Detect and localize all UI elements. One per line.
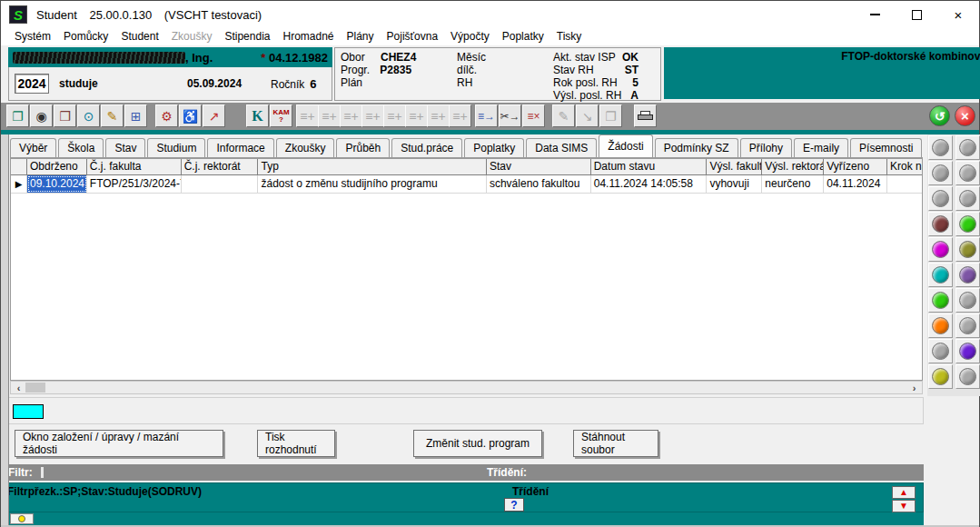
col-obdrzeno[interactable]: Obdrženo — [27, 159, 87, 174]
minimize-button[interactable] — [854, 1, 896, 28]
tab-stav[interactable]: Stav — [105, 138, 145, 157]
col-cj-rektorat[interactable]: Č.j. rektorát — [182, 159, 259, 174]
menu-pojistovna[interactable]: Pojišťovna — [381, 28, 445, 45]
status-circle-13[interactable] — [928, 288, 953, 313]
tab-pisemnosti[interactable]: Písemnosti — [850, 138, 922, 157]
col-vysl-rektorat[interactable]: Výsl. rektorát — [762, 159, 824, 174]
horizontal-scrollbar[interactable]: ‹ › — [10, 381, 923, 394]
status-circle-7[interactable] — [928, 212, 953, 236]
cut-record-icon[interactable]: ✂→ — [499, 104, 521, 127]
status-circle-4[interactable] — [955, 161, 980, 185]
col-vysl-fakulta[interactable]: Výsl. fakulta — [707, 159, 762, 174]
maximize-button[interactable] — [896, 1, 937, 28]
status-circle-11[interactable] — [928, 263, 953, 287]
status-circle-6[interactable] — [955, 186, 980, 211]
status-circle-19[interactable] — [928, 364, 953, 389]
status-circle-14[interactable] — [955, 288, 980, 313]
menu-plany[interactable]: Plány — [341, 28, 381, 45]
status-circle-9[interactable] — [928, 237, 953, 262]
col-cj-fakulta[interactable]: Č.j. fakulta — [87, 159, 182, 174]
cell-typ[interactable]: žádost o změnu studijního programu — [258, 175, 486, 193]
menu-tisky[interactable]: Tisky — [550, 28, 589, 45]
status-circle-10[interactable] — [955, 237, 980, 262]
status-circle-16[interactable] — [955, 313, 980, 338]
status-circle-20[interactable] — [955, 364, 980, 389]
menu-student[interactable]: Student — [114, 28, 164, 45]
table-row[interactable]: ▶ 09.10.2024 FTOP/251/3/2024-70 žádost o… — [11, 175, 922, 194]
notes-icon[interactable]: ✎ — [101, 104, 124, 127]
tools-icon[interactable]: ⚙ — [155, 104, 178, 127]
scroll-right-icon[interactable]: › — [907, 382, 921, 393]
col-stav[interactable]: Stav — [487, 159, 591, 174]
k-button[interactable]: K — [246, 104, 269, 127]
status-circle-12[interactable] — [955, 263, 980, 287]
col-vyrizeno[interactable]: Vyřízeno — [824, 159, 887, 174]
help-button[interactable]: ? — [504, 498, 524, 512]
tab-informace[interactable]: Informace — [207, 138, 273, 157]
change-program-button[interactable]: Změnit stud. program — [413, 430, 542, 457]
year-field[interactable]: 2024 — [15, 74, 49, 94]
scroll-left-icon[interactable]: ‹ — [12, 382, 25, 393]
tab-vyber[interactable]: Výběr — [10, 138, 56, 157]
cell-vyrizeno[interactable]: 04.11.2024 — [824, 175, 887, 193]
col-datum-stavu[interactable]: Datum stavu — [591, 159, 708, 174]
close-button[interactable]: × — [937, 1, 979, 28]
cell-vysl-rektorat[interactable]: neurčeno — [762, 175, 824, 193]
cell-krok-na[interactable] — [887, 175, 922, 193]
layers-icon[interactable]: ❐ — [6, 104, 29, 127]
move-record-icon[interactable]: ≡→ — [475, 104, 498, 127]
menu-vypocty[interactable]: Výpočty — [444, 28, 496, 45]
cell-cj-rektorat[interactable] — [182, 175, 259, 193]
chart-up-icon[interactable]: ↗ — [203, 104, 225, 127]
print-icon[interactable] — [634, 104, 657, 127]
status-circle-8[interactable] — [955, 212, 980, 236]
menu-stipendia[interactable]: Stipendia — [218, 28, 276, 45]
hint-button[interactable] — [10, 513, 34, 524]
tab-prilohy[interactable]: Přílohy — [740, 138, 792, 157]
cell-obdrzeno[interactable]: 09.10.2024 — [27, 175, 87, 193]
col-typ[interactable]: Typ — [258, 159, 486, 174]
menu-pomucky[interactable]: Pomůcky — [57, 28, 114, 45]
copy-icon[interactable]: ❒ — [54, 104, 76, 127]
tab-skola[interactable]: Škola — [58, 138, 104, 157]
tab-stud-prace[interactable]: Stud.práce — [391, 138, 462, 157]
status-circle-5[interactable] — [928, 186, 953, 211]
status-circle-1[interactable] — [928, 135, 953, 160]
delete-record-icon[interactable]: ≡× — [522, 104, 545, 127]
record-icon[interactable]: ◉ — [30, 104, 53, 127]
print-decision-button[interactable]: Tisk rozhodnutí — [257, 430, 335, 457]
status-circle-18[interactable] — [955, 339, 980, 363]
sort-down-button[interactable]: ▼ — [892, 500, 916, 512]
cell-datum-stavu[interactable]: 04.11.2024 14:05:58 — [591, 175, 708, 193]
cell-cj-fakulta[interactable]: FTOP/251/3/2024-70 — [87, 175, 182, 193]
sort-up-button[interactable]: ▲ — [892, 486, 916, 499]
open-request-window-button[interactable]: Okno založení / úpravy / mazání žádosti — [15, 430, 223, 457]
tab-poplatky[interactable]: Poplatky — [464, 138, 524, 157]
menu-hromadne[interactable]: Hromadné — [276, 28, 340, 45]
tab-prubeh[interactable]: Průběh — [336, 138, 390, 157]
left-splitter[interactable] — [1, 134, 9, 525]
status-circle-3[interactable] — [928, 161, 953, 185]
status-circle-15[interactable] — [928, 313, 953, 338]
download-file-button[interactable]: Stáhnout soubor — [573, 430, 658, 457]
tab-data-sims[interactable]: Data SIMS — [526, 138, 597, 157]
refresh-button[interactable]: ↺ — [929, 105, 950, 126]
status-circle-17[interactable] — [928, 339, 953, 363]
scroll-thumb[interactable] — [25, 383, 45, 393]
tab-zadosti[interactable]: Žádosti — [599, 134, 652, 157]
close-form-button[interactable]: × — [955, 105, 975, 126]
status-circle-2[interactable] — [955, 135, 980, 160]
menu-poplatky[interactable]: Poplatky — [496, 28, 550, 45]
tab-emaily[interactable]: E-maily — [794, 138, 848, 157]
kam-button[interactable]: KAM ? — [270, 104, 292, 127]
tab-podminky-sz[interactable]: Podmínky SZ — [655, 138, 738, 157]
tab-zkousky[interactable]: Zkoušky — [276, 138, 335, 157]
tab-studium[interactable]: Studium — [147, 138, 205, 157]
window-grid-icon[interactable]: ⊞ — [124, 104, 147, 127]
cell-vysl-fakulta[interactable]: vyhovuji — [707, 175, 762, 193]
pram-icon[interactable]: ♿ — [179, 104, 202, 127]
menu-system[interactable]: Systém — [8, 28, 57, 45]
eye-icon[interactable]: ⊙ — [77, 104, 100, 127]
cell-stav[interactable]: schváleno fakultou — [487, 175, 591, 193]
col-krok-na[interactable]: Krok na — [887, 159, 922, 174]
